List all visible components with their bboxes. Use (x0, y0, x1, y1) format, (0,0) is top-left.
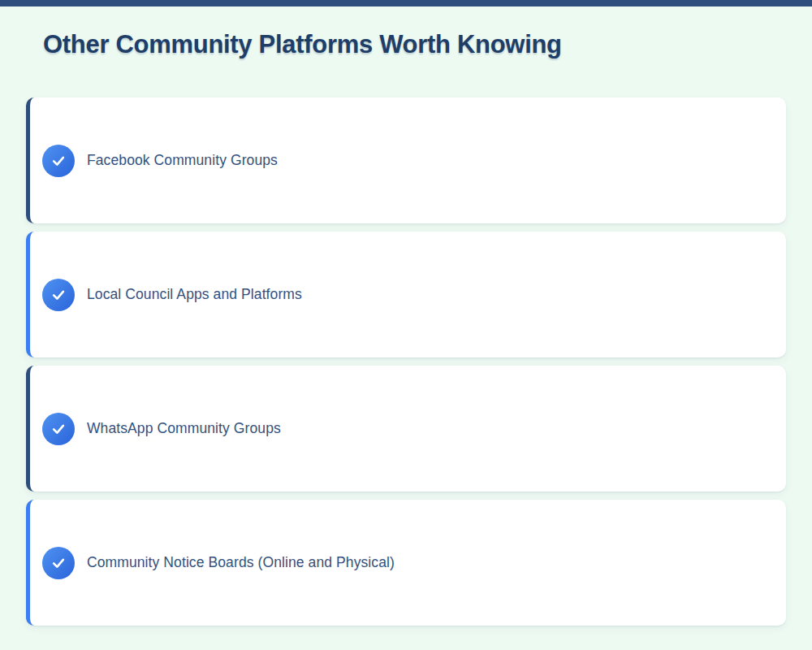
platform-card-notice-boards[interactable]: Community Notice Boards (Online and Phys… (26, 500, 786, 626)
top-bar (0, 0, 812, 6)
platform-card-label: Facebook Community Groups (87, 152, 278, 169)
check-icon (42, 279, 75, 311)
platform-card-label: Community Notice Boards (Online and Phys… (87, 554, 395, 571)
platform-card-list: Facebook Community Groups Local Council … (26, 98, 786, 626)
platform-card-facebook[interactable]: Facebook Community Groups (26, 98, 786, 223)
check-icon (42, 547, 75, 579)
platform-card-label: Local Council Apps and Platforms (87, 286, 302, 303)
check-icon (42, 413, 75, 445)
platform-card-local-council[interactable]: Local Council Apps and Platforms (26, 232, 786, 358)
platform-card-label: WhatsApp Community Groups (87, 420, 281, 437)
platform-card-whatsapp[interactable]: WhatsApp Community Groups (26, 366, 786, 492)
check-icon (42, 145, 75, 177)
page-title: Other Community Platforms Worth Knowing (43, 30, 780, 59)
